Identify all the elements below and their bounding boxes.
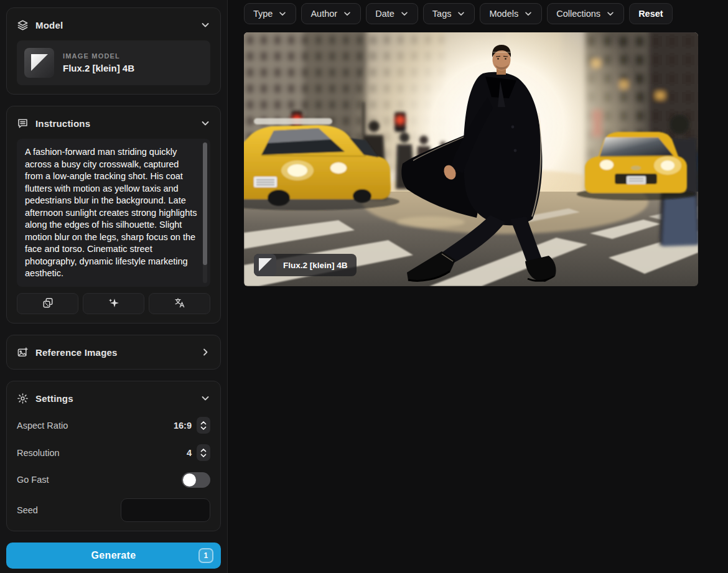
model-card-kicker: IMAGE MODEL: [63, 52, 134, 60]
model-panel-header: Model: [17, 17, 210, 33]
go-fast-row: Go Fast: [17, 472, 210, 488]
go-fast-toggle[interactable]: [182, 472, 210, 488]
resolution-row: Resolution 4: [17, 444, 210, 461]
generate-label: Generate: [91, 550, 136, 561]
sidebar: Model: [0, 0, 228, 573]
chevron-right-icon[interactable]: [200, 347, 210, 357]
filter-models-label: Models: [489, 9, 518, 19]
reference-images-header: Reference Images: [17, 344, 210, 360]
reset-filters-button[interactable]: Reset: [629, 3, 673, 24]
instructions-panel: Instructions A fashion-forward man strid…: [6, 106, 221, 324]
settings-panel: Settings Aspect Ratio 16:9 Resolut: [6, 381, 221, 531]
prompt-scrollbar[interactable]: [203, 142, 207, 283]
chevron-down-icon[interactable]: [200, 393, 210, 403]
aspect-ratio-row: Aspect Ratio 16:9: [17, 417, 210, 434]
model-panel: Model: [6, 7, 221, 95]
chevron-down-icon[interactable]: [200, 20, 210, 30]
filter-author-button[interactable]: Author: [301, 3, 361, 24]
translate-icon: [174, 297, 186, 311]
chevron-down-icon: [278, 9, 287, 18]
filter-type-label: Type: [253, 9, 273, 19]
model-card-meta: IMAGE MODEL Flux.2 [klein] 4B: [63, 52, 134, 73]
chevron-down-icon[interactable]: [200, 118, 210, 128]
aspect-ratio-stepper[interactable]: [197, 417, 210, 434]
image-plus-icon: [17, 347, 29, 358]
prompt-tools: [17, 293, 210, 314]
flux-logo-small: [254, 254, 276, 276]
gear-icon: [17, 393, 29, 404]
random-prompt-button[interactable]: [17, 293, 78, 314]
flux-logo: [24, 48, 54, 78]
filter-author-label: Author: [310, 9, 337, 19]
prompt-scrollbar-thumb[interactable]: [203, 142, 207, 265]
filter-models-button[interactable]: Models: [480, 3, 542, 24]
prompt-textarea[interactable]: A fashion-forward man striding quickly a…: [17, 139, 210, 287]
seed-label: Seed: [17, 505, 38, 515]
aspect-ratio-value: 16:9: [174, 421, 192, 431]
settings-panel-header: Settings: [17, 390, 210, 406]
go-fast-label: Go Fast: [17, 475, 49, 485]
image-model-badge: Flux.2 [klein] 4B: [254, 254, 357, 276]
prompt-text: A fashion-forward man striding quickly a…: [25, 147, 197, 278]
filter-tags-label: Tags: [432, 9, 452, 19]
app-window: Model: [0, 0, 728, 573]
resolution-value: 4: [187, 448, 192, 458]
model-panel-title: Model: [35, 20, 63, 30]
filter-type-button[interactable]: Type: [244, 3, 296, 24]
generate-button[interactable]: Generate 1: [6, 543, 221, 569]
resolution-stepper[interactable]: [197, 444, 210, 461]
generated-image[interactable]: Flux.2 [klein] 4B: [244, 32, 698, 286]
seed-input[interactable]: [121, 498, 210, 522]
enhance-prompt-button[interactable]: [83, 293, 144, 314]
filter-date-label: Date: [375, 9, 394, 19]
message-icon: [17, 118, 29, 129]
filter-collections-button[interactable]: Collections: [547, 3, 624, 24]
aspect-ratio-label: Aspect Ratio: [17, 421, 68, 431]
filter-collections-label: Collections: [556, 9, 600, 19]
chevron-down-icon: [400, 9, 409, 18]
filter-tags-button[interactable]: Tags: [423, 3, 475, 24]
reference-images-title: Reference Images: [35, 347, 118, 358]
generate-count-badge: 1: [198, 548, 213, 563]
image-badge-label: Flux.2 [klein] 4B: [283, 261, 348, 270]
sparkles-icon: [108, 297, 120, 311]
main-content: Type Author Date Tags Models Collections: [228, 0, 728, 573]
street-scene-illustration: [244, 32, 698, 286]
reset-label: Reset: [638, 9, 663, 19]
chevron-down-icon: [524, 9, 533, 18]
reference-images-panel[interactable]: Reference Images: [6, 335, 221, 370]
instructions-panel-header: Instructions: [17, 115, 210, 131]
instructions-panel-title: Instructions: [35, 118, 90, 129]
chevron-down-icon: [457, 9, 465, 18]
filter-bar: Type Author Date Tags Models Collections: [244, 3, 728, 24]
seed-row: Seed: [17, 498, 210, 522]
model-card-name: Flux.2 [klein] 4B: [63, 63, 134, 73]
settings-panel-title: Settings: [35, 393, 73, 404]
chevron-down-icon: [606, 9, 615, 18]
translate-button[interactable]: [149, 293, 210, 314]
chevron-down-icon: [343, 9, 352, 18]
model-selector[interactable]: IMAGE MODEL Flux.2 [klein] 4B: [17, 40, 210, 85]
filter-date-button[interactable]: Date: [366, 3, 418, 24]
layers-icon: [17, 19, 29, 31]
dice-icon: [42, 297, 54, 311]
toggle-knob: [183, 473, 196, 487]
resolution-label: Resolution: [17, 448, 60, 458]
